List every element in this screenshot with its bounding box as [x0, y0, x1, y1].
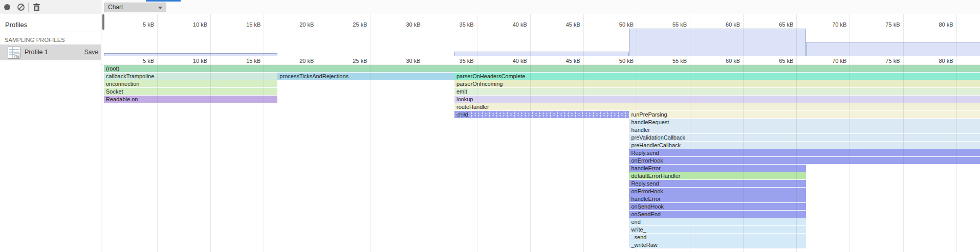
view-mode-select[interactable]: Chart — [104, 3, 166, 12]
overview-step[interactable] — [454, 52, 629, 56]
gridline — [477, 14, 477, 252]
flame-ruler-tick-label: 40 kB — [489, 57, 527, 64]
flame-segment-processticksandrejections[interactable]: processTicksAndRejections — [277, 73, 454, 80]
overview-ruler-tick-label: 50 kB — [596, 21, 634, 28]
flame-segment-onconnection[interactable]: onconnection — [104, 80, 277, 87]
overview-ruler-tick-label: 5 kB — [116, 21, 154, 28]
overview-ruler-tick-label: 55 kB — [649, 21, 687, 28]
gridline — [317, 14, 317, 252]
flame-segment-socket[interactable]: Socket — [104, 88, 277, 95]
overview-ruler-tick-label: 75 kB — [862, 21, 900, 28]
record-icon[interactable] — [4, 4, 10, 10]
flame-segment-parseronincoming[interactable]: parserOnIncoming — [454, 80, 980, 87]
overview-step[interactable] — [806, 42, 980, 56]
gridline — [264, 14, 264, 252]
overview-step[interactable] — [104, 53, 277, 56]
flame-ruler-tick-label: 55 kB — [649, 57, 687, 64]
flame-segment-callbacktrampoline[interactable]: callbackTrampoline — [104, 73, 277, 80]
flame-segment-end[interactable]: end — [629, 218, 806, 225]
flame-segment-runpreparsing[interactable]: runPreParsing — [629, 111, 980, 118]
delete-profile-icon[interactable] — [31, 0, 42, 14]
tab-accent-bar — [146, 0, 181, 2]
gridline — [530, 14, 531, 252]
flame-ruler-tick-label: 10 kB — [169, 57, 207, 64]
flame-segment-child[interactable]: child — [454, 111, 629, 118]
sidebar-divider — [0, 32, 101, 32]
flame-ruler-tick-label: 35 kB — [436, 57, 474, 64]
flame-ruler-tick-label: 30 kB — [383, 57, 421, 64]
flame-segment-handleerror[interactable]: handleError — [629, 165, 806, 172]
flame-segment-handler[interactable]: handler — [629, 126, 980, 133]
flame-segment-handlerequest[interactable]: handleRequest — [629, 119, 980, 126]
overview-ruler-tick-label: 80 kB — [916, 21, 953, 28]
memory-profiler-panel: Chart Profiles SAMPLING PROFILES % Pr — [0, 0, 980, 252]
flame-ruler-tick-label: 75 kB — [862, 57, 900, 64]
flame-ruler-tick-label: 25 kB — [330, 57, 367, 64]
flame-segment-lookup[interactable]: lookup — [454, 96, 980, 103]
gridline — [424, 14, 424, 252]
flame-segment--root-[interactable]: (root) — [104, 65, 980, 72]
flame-ruler-tick-label: 5 kB — [116, 57, 154, 64]
flame-segment--send[interactable]: _send — [629, 234, 806, 241]
flame-segment-defaulterrorhandler[interactable]: defaultErrorHandler — [629, 172, 806, 179]
overview-ruler-tick-label: 10 kB — [169, 21, 207, 28]
flame-ruler-tick-label: 80 kB — [916, 57, 953, 64]
flame-ruler-tick-label: 65 kB — [755, 57, 793, 64]
gridline — [157, 14, 158, 252]
flame-segment-reply-send[interactable]: Reply.send — [629, 149, 980, 156]
overview-ruler-tick-label: 45 kB — [542, 21, 580, 28]
toolbar: Chart — [0, 0, 980, 14]
sampling-profiles-heading: SAMPLING PROFILES — [5, 37, 65, 43]
flame-ruler-tick-label: 20 kB — [276, 57, 314, 64]
flame-segment-onerrorhook[interactable]: onErrorHook — [629, 157, 980, 164]
flame-segment-parseronheaderscomplete[interactable]: parserOnHeadersComplete — [454, 73, 980, 80]
overview-ruler-tick-label: 35 kB — [436, 21, 474, 28]
save-profile-link[interactable]: Save — [84, 49, 98, 56]
toolbar-profile-actions — [0, 0, 101, 14]
flame-segment-onsendhook[interactable]: onSendHook — [629, 203, 806, 210]
flame-segment-prehandlercallback[interactable]: preHandlerCallback — [629, 142, 980, 149]
flame-segment-emit[interactable]: emit — [454, 88, 980, 95]
flame-ruler-tick-label: 15 kB — [223, 57, 260, 64]
sidebar-title: Profiles — [5, 21, 27, 29]
flame-ruler-tick-label: 45 kB — [542, 57, 580, 64]
overview-ruler-tick-label: 70 kB — [809, 21, 846, 28]
overview-ruler-tick-label: 65 kB — [755, 21, 793, 28]
heap-profile-icon: % — [7, 45, 21, 61]
flame-segment-readable-on[interactable]: Readable.on — [104, 96, 277, 103]
profile-list-item[interactable]: % Profile 1 Save — [0, 44, 101, 60]
flame-segment-routehandler[interactable]: routeHandler — [454, 103, 980, 110]
allocation-flame-chart[interactable]: 5 kB5 kB10 kB10 kB15 kB15 kB20 kB20 kB25… — [101, 14, 980, 252]
overview-step[interactable] — [629, 29, 806, 56]
flame-segment-prevalidationcallback[interactable]: preValidationCallback — [629, 134, 980, 141]
chevron-down-icon — [158, 7, 162, 9]
overview-range-handle[interactable] — [102, 14, 104, 30]
profile-name: Profile 1 — [25, 49, 48, 56]
view-mode-value: Chart — [108, 4, 123, 11]
overview-ruler-tick-label: 40 kB — [489, 21, 527, 28]
toolbar-separator — [28, 3, 29, 12]
overview-ruler-tick-label: 30 kB — [383, 21, 421, 28]
clear-all-profiles-icon[interactable] — [16, 0, 26, 14]
svg-text:%: % — [15, 54, 19, 59]
overview-ruler-tick-label: 25 kB — [330, 21, 367, 28]
gridline — [583, 14, 584, 252]
flame-segment-handleerror[interactable]: handleError — [629, 195, 806, 202]
overview-ruler-tick-label: 60 kB — [702, 21, 740, 28]
flame-ruler-tick-label: 50 kB — [596, 57, 634, 64]
chart-toolbar: Chart — [101, 0, 980, 14]
gridline — [210, 14, 211, 252]
flame-segment-onerrorhook[interactable]: onErrorHook — [629, 188, 806, 195]
flame-segment-onsendend[interactable]: onSendEnd — [629, 211, 806, 218]
overview-ruler-tick-label: 15 kB — [223, 21, 260, 28]
flame-segment-write-[interactable]: write_ — [629, 226, 806, 233]
flame-ruler-tick-label: 60 kB — [702, 57, 740, 64]
gridline — [371, 14, 371, 252]
flame-segment-reply-send[interactable]: Reply.send — [629, 180, 806, 187]
flame-ruler-tick-label: 70 kB — [809, 57, 846, 64]
flame-segment--writeraw[interactable]: _writeRaw — [629, 241, 806, 248]
overview-ruler-tick-label: 20 kB — [276, 21, 314, 28]
profiles-sidebar: Profiles SAMPLING PROFILES % Profile 1 S… — [0, 14, 101, 252]
